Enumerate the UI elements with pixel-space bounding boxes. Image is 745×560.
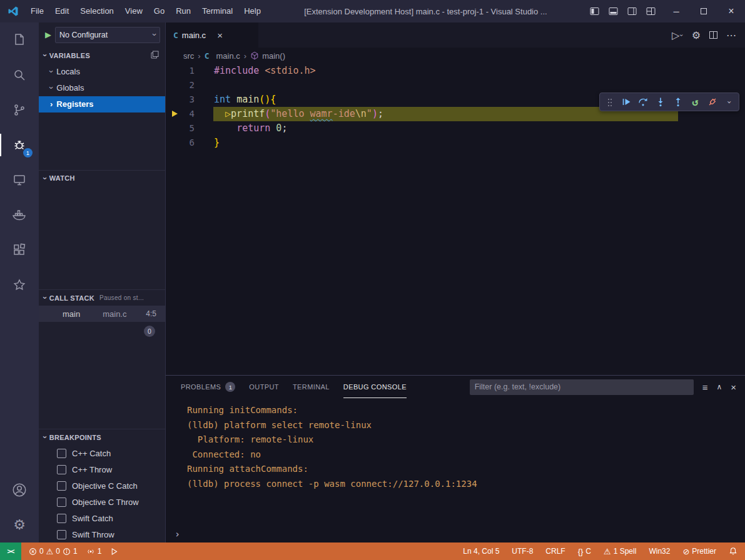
call-stack-section-header[interactable]: › CALL STACK Paused on st... [39,289,165,306]
code-line[interactable]: 2 [166,78,745,92]
notifications-bell[interactable] [722,542,745,560]
layout-secondary-sidebar-icon[interactable] [622,2,641,20]
settings-gear-icon[interactable]: ⚙ [0,508,39,542]
line-number[interactable]: 6 [166,136,195,150]
console-input-prompt[interactable]: › [175,529,180,540]
eol-indicator[interactable]: CRLF [539,542,571,560]
menu-file[interactable]: File [25,0,49,22]
layout-customize-icon[interactable] [641,2,660,20]
menu-go[interactable]: Go [148,0,170,22]
platform-indicator[interactable]: Win32 [642,542,676,560]
layout-sidebar-icon[interactable] [585,2,604,20]
close-tab-icon[interactable]: × [217,30,223,41]
step-over-button[interactable] [635,93,652,111]
disconnect-button[interactable] [704,93,722,111]
remote-explorer-icon[interactable] [0,162,39,198]
code-editor[interactable]: ↺ › 1 #include <stdio.h> 2 3 int main(){ [166,64,745,375]
code-line[interactable]: 5 return 0; [166,121,745,136]
tab-problems[interactable]: PROBLEMS 1 [181,376,235,398]
filter-lines-icon[interactable]: ≡ [702,382,708,392]
step-into-button[interactable] [652,93,669,111]
checkbox[interactable] [57,530,66,539]
breadcrumb-src[interactable]: src [183,51,194,61]
debug-panels-icon[interactable] [151,51,159,60]
menu-run[interactable]: Run [170,0,196,22]
start-debug-icon[interactable]: ▶ [45,30,51,39]
line-number[interactable]: 1 [166,64,195,78]
debug-status[interactable] [106,542,123,560]
ports-status[interactable]: 1 [82,542,106,560]
problems-status[interactable]: 0 ⚠ 0 1 [21,542,82,560]
variables-item-locals[interactable]: › Locals [39,64,165,80]
tab-debug-console[interactable]: DEBUG CONSOLE [343,376,407,398]
remote-indicator[interactable]: >< [0,542,21,560]
line-number[interactable]: 5 [166,121,195,136]
breakpoint-item[interactable]: Swift Catch [39,510,165,526]
menu-selection[interactable]: Selection [74,0,119,22]
menu-view[interactable]: View [119,0,148,22]
encoding-indicator[interactable]: UTF-8 [505,542,539,560]
menu-help[interactable]: Help [238,0,266,22]
call-stack-frame[interactable]: main main.c 4:5 [39,306,165,322]
cursor-position[interactable]: Ln 4, Col 5 [457,542,505,560]
explorer-icon[interactable] [0,22,39,58]
checkbox[interactable] [57,449,66,458]
tab-output[interactable]: OUTPUT [249,376,279,398]
search-icon[interactable] [0,58,39,92]
star-icon[interactable] [0,268,39,302]
breakpoint-item[interactable]: Swift Throw [39,526,165,542]
line-number[interactable]: 3 [166,92,195,107]
checkbox[interactable] [57,465,66,474]
continue-button[interactable] [617,93,635,111]
breakpoint-item[interactable]: Objective C Throw [39,494,165,510]
more-actions-icon[interactable]: ⋯ [726,29,736,41]
account-icon[interactable] [0,472,39,508]
collapse-panel-icon[interactable]: ∧ [716,382,722,391]
breakpoint-item[interactable]: C++ Catch [39,445,165,461]
code-line[interactable]: 1 #include <stdio.h> [166,64,745,78]
variables-item-globals[interactable]: › Globals [39,80,165,96]
console-filter-input[interactable] [470,379,694,395]
layout-panel-icon[interactable] [604,2,622,20]
run-file-button[interactable]: ▷› [672,29,683,41]
tab-strip: C main.c × ▷› ⚙ ⋯ [166,22,745,48]
line-number[interactable]: 4 [166,107,195,121]
breadcrumb-file[interactable]: C main.c [205,51,240,61]
run-debug-icon[interactable]: 1 [0,128,39,162]
restart-button[interactable]: ↺ [687,93,704,111]
watch-section-header[interactable]: › WATCH [39,170,165,186]
drag-grip-icon[interactable] [600,93,617,111]
language-mode[interactable]: {} C [572,542,597,560]
checkbox[interactable] [57,498,66,507]
extensions-icon[interactable] [0,232,39,268]
debug-config-dropdown[interactable]: No Configurat › [55,27,160,43]
maximize-button[interactable] [690,0,717,22]
warning-icon: ⚠ [604,548,611,556]
breakpoint-item[interactable]: Objective C Catch [39,478,165,494]
source-control-icon[interactable] [0,92,39,128]
line-number[interactable]: 2 [166,78,195,92]
menu-edit[interactable]: Edit [49,0,74,22]
breakpoints-section-header[interactable]: › BREAKPOINTS [39,429,165,445]
tab-terminal[interactable]: TERMINAL [293,376,330,398]
variables-section-header[interactable]: › VARIABLES [39,48,165,64]
checkbox[interactable] [57,514,66,523]
close-button[interactable]: × [717,0,745,22]
inline-breakpoint-icon[interactable]: ▷ [225,108,231,119]
split-editor-icon[interactable] [709,31,717,39]
variables-item-registers[interactable]: › Registers [39,96,165,112]
minimize-button[interactable]: ─ [662,0,690,22]
breadcrumb-symbol[interactable]: main() [250,51,285,61]
docker-icon[interactable] [0,198,39,232]
editor-gear-icon[interactable]: ⚙ [692,29,701,41]
checkbox[interactable] [57,481,66,491]
step-out-button[interactable] [669,93,687,111]
formatter-status[interactable]: ⊘ Prettier [676,542,722,560]
breakpoint-item[interactable]: C++ Throw [39,461,165,478]
tab-main-c[interactable]: C main.c × [166,22,258,48]
chevron-down-icon[interactable]: › [721,93,739,111]
menu-terminal[interactable]: Terminal [196,0,238,22]
code-line[interactable]: 6 } [166,136,745,150]
spell-checker-status[interactable]: ⚠ 1 Spell [597,542,642,560]
close-panel-icon[interactable]: × [731,382,736,392]
